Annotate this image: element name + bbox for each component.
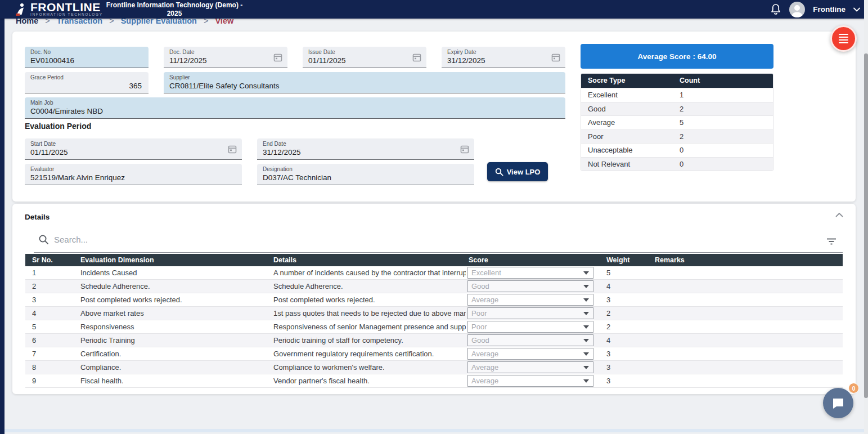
scrollbar[interactable] — [864, 0, 868, 434]
doc-date-field[interactable]: Doc. Date 11/12/2025 — [164, 47, 287, 68]
dimension-cell: Above market rates — [80, 307, 271, 320]
collapse-section-button[interactable] — [835, 211, 843, 219]
sr-cell: 2 — [32, 280, 77, 293]
calendar-icon[interactable] — [228, 145, 237, 154]
user-menu-label[interactable]: Frontline — [813, 5, 845, 14]
search-icon — [495, 168, 503, 176]
field-value: CR0811/Elite Safety Consultants — [169, 81, 560, 91]
field-label: Main Job — [30, 100, 560, 106]
score-select[interactable]: Average — [467, 294, 593, 306]
dimension-cell: Fiscal health. — [80, 374, 271, 388]
weight-cell: 4 — [606, 334, 646, 347]
score-select[interactable]: Average — [467, 348, 593, 360]
designation-field[interactable]: Designation D037/AC Technician — [257, 164, 474, 185]
calendar-icon[interactable] — [460, 145, 469, 154]
score-select-value: Average — [468, 294, 583, 305]
score-select[interactable]: Excellent — [467, 267, 593, 279]
sr-cell: 3 — [32, 293, 77, 307]
table-row: 2 Schedule Adherence. Schedule Adherence… — [25, 280, 843, 293]
sr-cell: 9 — [32, 374, 77, 388]
frontline-logo[interactable]: FRONTLINE INFORMATION TECHNOLOGY — [15, 2, 103, 17]
sr-cell: 7 — [32, 347, 77, 361]
score-select[interactable]: Average — [467, 375, 593, 387]
weight-cell: 3 — [606, 374, 646, 388]
main-job-field[interactable]: Main Job C0004/Emirates NBD — [25, 97, 565, 119]
logo-secondary-text: INFORMATION TECHNOLOGY — [30, 12, 103, 17]
dropdown-arrow-icon — [583, 352, 589, 356]
count-cell: 2 — [680, 130, 683, 144]
start-date-field[interactable]: Start Date 01/11/2025 — [25, 138, 242, 160]
table-row: 8 Compliance. Compliance to workmen's we… — [25, 361, 843, 374]
sr-cell: 5 — [32, 320, 77, 334]
avatar[interactable] — [789, 2, 805, 17]
field-value: C0004/Emirates NBD — [30, 106, 560, 116]
count-cell: 0 — [680, 158, 683, 172]
evaluator-field[interactable]: Evaluator 521519/Mark Alvin Enriquez — [25, 164, 242, 185]
view-lpo-button[interactable]: View LPO — [487, 162, 548, 181]
dropdown-arrow-icon — [583, 285, 589, 288]
score-select[interactable]: Average — [467, 361, 593, 373]
field-label: Expiry Date — [447, 49, 560, 56]
table-row: Unacceptable 0 — [581, 143, 773, 157]
field-label: Evaluator — [30, 166, 236, 173]
search-icon — [38, 234, 49, 245]
sr-cell: 4 — [32, 307, 77, 320]
score-type-cell: Not Relevant — [588, 158, 630, 172]
field-value: 01/11/2025 — [30, 147, 236, 157]
weight-cell: 3 — [606, 293, 646, 307]
supplier-field[interactable]: Supplier CR0811/Elite Safety Consultants — [164, 72, 565, 93]
score-select[interactable]: Good — [467, 334, 593, 346]
filter-button[interactable] — [826, 238, 836, 247]
score-type-cell: Good — [588, 102, 606, 117]
details-table-header: Sr No. Evaluation Dimension Details Scor… — [25, 254, 843, 266]
weight-cell: 3 — [606, 347, 646, 361]
details-cell: A number of incidents caused by the cont… — [273, 266, 466, 280]
count-cell: 1 — [680, 88, 683, 102]
details-card: Details Sr No. Evaluation Dimension Deta… — [12, 204, 856, 394]
calendar-icon[interactable] — [551, 53, 560, 62]
filter-icon — [826, 238, 836, 245]
dropdown-arrow-icon — [583, 339, 589, 342]
dimension-cell: Schedule Adherence. — [80, 280, 271, 293]
table-row: Not Relevant 0 — [581, 157, 773, 171]
score-select[interactable]: Poor — [467, 321, 593, 333]
calendar-icon[interactable] — [273, 53, 282, 62]
score-select[interactable]: Poor — [467, 307, 593, 319]
issue-date-field[interactable]: Issue Date 01/11/2025 — [303, 47, 426, 68]
dropdown-arrow-icon — [583, 325, 589, 329]
field-value: 365 — [30, 81, 143, 91]
chat-button[interactable] — [823, 388, 853, 418]
field-value: 01/11/2025 — [308, 56, 421, 65]
table-row: 9 Fiscal health. Vendor partner's fiscal… — [25, 374, 843, 388]
field-label: Issue Date — [308, 49, 421, 56]
score-select-value: Good — [468, 335, 583, 346]
chevron-down-icon[interactable] — [853, 7, 860, 12]
table-row: 6 Periodic Training Periodic training of… — [25, 334, 843, 347]
sr-cell: 1 — [32, 266, 77, 280]
end-date-field[interactable]: End Date 31/12/2025 — [257, 138, 474, 160]
field-label: Grace Period — [30, 74, 143, 81]
logo-mark-icon — [15, 3, 27, 16]
notifications-bell-icon[interactable] — [770, 3, 781, 15]
field-value: 31/12/2025 — [447, 56, 560, 65]
sr-cell: 6 — [32, 334, 77, 347]
weight-cell: 2 — [606, 320, 646, 334]
details-heading: Details — [25, 213, 50, 221]
calendar-icon[interactable] — [412, 53, 421, 62]
table-row: 7 Certification. Government regulatory r… — [25, 347, 843, 361]
scrollbar-thumb[interactable] — [864, 53, 868, 398]
score-select[interactable]: Good — [467, 280, 593, 292]
average-score-banner: Average Score : 64.00 — [581, 44, 773, 69]
expiry-date-field[interactable]: Expiry Date 31/12/2025 — [442, 47, 565, 68]
score-type-header: Socre Type — [588, 74, 625, 88]
search-input[interactable] — [54, 232, 448, 247]
dropdown-arrow-icon — [583, 312, 589, 315]
dropdown-arrow-icon — [583, 379, 589, 383]
search-underline — [34, 252, 843, 253]
grace-period-field[interactable]: Grace Period 365 — [25, 72, 149, 93]
floating-menu-button[interactable] — [830, 25, 857, 52]
doc-no-field[interactable]: Doc. No EV01000416 — [25, 47, 149, 68]
score-table-header: Socre Type Count — [581, 74, 773, 88]
dropdown-arrow-icon — [583, 271, 589, 275]
avatar-person-icon — [789, 2, 805, 17]
